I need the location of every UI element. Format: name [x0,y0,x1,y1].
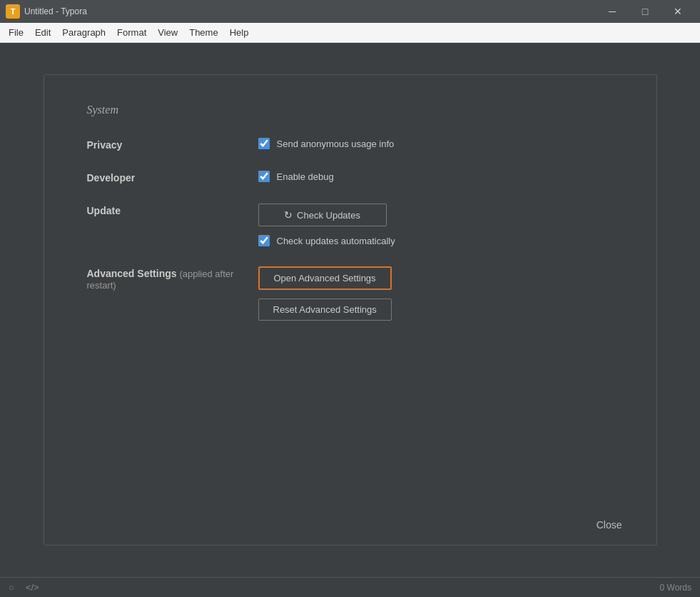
developer-row: Developer Enable debug [87,171,614,184]
advanced-control: Open Advanced Settings Reset Advanced Se… [258,266,614,321]
window-controls: ─ □ ✕ [596,0,694,23]
developer-checkbox-row: Enable debug [258,171,614,182]
maximize-button[interactable]: □ [629,0,661,23]
privacy-control: Send anonymous usage info [258,138,614,149]
open-advanced-settings-button[interactable]: Open Advanced Settings [258,266,392,290]
app-icon: T [6,4,20,19]
auto-update-label: Check updates automatically [277,236,395,246]
title-bar: T Untitled - Typora ─ □ ✕ [0,0,700,23]
settings-dialog: System Privacy Send anonymous usage info… [44,74,657,546]
menu-help[interactable]: Help [224,26,255,39]
dialog-content: System Privacy Send anonymous usage info… [44,75,656,505]
window-title: Untitled - Typora [24,6,596,16]
update-label: Update [87,204,258,216]
auto-update-checkbox[interactable] [258,235,270,246]
reset-advanced-label: Reset Advanced Settings [273,304,377,315]
advanced-settings-row: Advanced Settings (applied after restart… [87,266,614,321]
developer-label: Developer [87,171,258,184]
menu-format[interactable]: Format [111,26,152,39]
developer-checkbox-label: Enable debug [277,171,334,182]
privacy-row: Privacy Send anonymous usage info [87,138,614,151]
menu-bar: File Edit Paragraph Format View Theme He… [0,23,700,43]
check-updates-label: Check Updates [297,210,360,221]
privacy-checkbox[interactable] [258,138,270,149]
menu-theme[interactable]: Theme [183,26,223,39]
minimize-button[interactable]: ─ [596,0,629,23]
advanced-label: Advanced Settings (applied after restart… [87,266,258,291]
menu-view[interactable]: View [152,26,183,39]
code-icon[interactable]: </> [26,582,39,593]
main-area: System Privacy Send anonymous usage info… [0,43,700,577]
section-title: System [87,104,614,116]
reset-advanced-settings-button[interactable]: Reset Advanced Settings [258,298,392,321]
developer-control: Enable debug [258,171,614,182]
update-row: Update ↻ Check Updates Check updates aut… [87,204,614,246]
close-window-button[interactable]: ✕ [661,0,694,23]
status-bar: ○ </> 0 Words [0,577,700,597]
privacy-checkbox-row: Send anonymous usage info [258,138,614,149]
advanced-label-text: Advanced Settings [87,268,177,279]
menu-paragraph[interactable]: Paragraph [56,26,111,39]
privacy-checkbox-label: Send anonymous usage info [277,139,395,149]
close-button[interactable]: Close [591,516,628,533]
menu-file[interactable]: File [3,26,29,39]
dialog-footer: Close [44,505,656,545]
word-count: 0 Words [660,583,691,593]
privacy-label: Privacy [87,138,258,151]
menu-edit[interactable]: Edit [29,26,56,39]
refresh-icon: ↻ [284,209,293,221]
update-control: ↻ Check Updates Check updates automatica… [258,204,614,246]
auto-update-checkbox-row: Check updates automatically [258,235,614,246]
developer-checkbox[interactable] [258,171,270,182]
check-updates-button[interactable]: ↻ Check Updates [258,204,387,226]
circle-icon[interactable]: ○ [9,582,14,593]
open-advanced-label: Open Advanced Settings [274,273,376,284]
